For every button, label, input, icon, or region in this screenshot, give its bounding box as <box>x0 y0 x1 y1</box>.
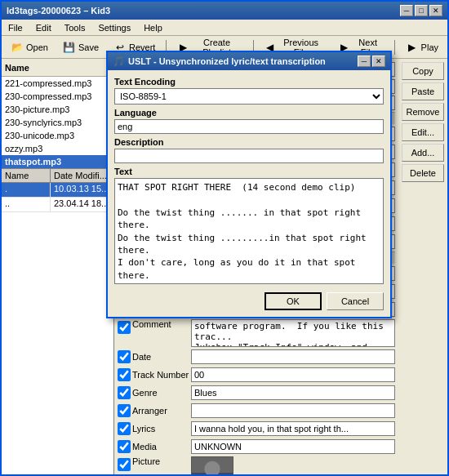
description-label: Description <box>114 137 384 147</box>
save-icon: 💾 <box>63 41 76 54</box>
tag2-media-label: Media <box>132 442 191 452</box>
uslt-dialog: 🎵 USLT - Unsynchronized lyric/text trans… <box>106 51 392 318</box>
list-item[interactable]: 230-picture.mp3 <box>2 103 113 116</box>
cell-name: . <box>2 183 51 197</box>
cell-name: .. <box>2 198 51 211</box>
language-input[interactable] <box>114 119 384 134</box>
window-title: Id3tags-20000623 – Kid3 <box>7 6 110 16</box>
list-item[interactable]: ozzy.mp3 <box>2 142 113 155</box>
cell-date: 10.03.13 15... <box>51 183 113 197</box>
tag2-genre-checkbox[interactable] <box>118 386 131 399</box>
edit-button[interactable]: Edit... <box>402 123 444 141</box>
paste-button[interactable]: Paste <box>402 82 444 100</box>
file-list-header: Name <box>2 59 113 77</box>
minimize-button[interactable]: ─ <box>400 5 413 16</box>
list-item[interactable]: 221-compressed.mp3 <box>2 77 113 90</box>
tag2-track-input[interactable] <box>191 367 395 382</box>
description-section: Description <box>114 137 384 163</box>
description-input[interactable] <box>114 149 384 163</box>
dialog-minimize-button[interactable]: ─ <box>358 56 371 67</box>
dialog-title-bar: 🎵 USLT - Unsynchronized lyric/text trans… <box>108 52 390 70</box>
play-label: Play <box>421 42 438 52</box>
cell-date: 23.04.14 18... <box>51 198 113 211</box>
title-bar-buttons: ─ □ ✕ <box>400 5 442 16</box>
toolbar-sep-3 <box>394 40 395 55</box>
tag2-track-checkbox[interactable] <box>118 368 131 381</box>
menu-help[interactable]: Help <box>140 22 166 33</box>
save-button[interactable]: 💾 Save <box>57 38 104 56</box>
tag2-lyrics-label: Lyrics <box>132 424 191 434</box>
tag2-date-checkbox[interactable] <box>118 350 131 363</box>
tag2-date-label: Date <box>132 352 191 362</box>
menu-settings[interactable]: Settings <box>95 22 134 33</box>
tag2-comment-checkbox[interactable] <box>118 321 131 334</box>
tag2-comment-textarea[interactable]: software program. If you like this trac.… <box>191 319 395 347</box>
tag2-lyrics-checkbox[interactable] <box>118 422 131 435</box>
ok-button[interactable]: OK <box>265 292 322 310</box>
play-button[interactable]: ▶ Play <box>400 38 444 56</box>
dialog-body: Text Encoding ISO-8859-1 Language Descri… <box>108 70 390 317</box>
tag2-arranger-label: Arranger <box>132 406 191 416</box>
bottom-file-header: Name Date Modifi... <box>2 169 113 183</box>
tag2-picture-label: Picture <box>132 456 191 466</box>
table-row[interactable]: .. 23.04.14 18... <box>2 198 113 212</box>
tag2-media-row: Media <box>118 438 395 455</box>
tag2-genre-input[interactable] <box>191 385 395 400</box>
dialog-title-text: USLT - Unsynchronized lyric/text transcr… <box>128 56 358 66</box>
list-item[interactable]: 230-compressed.mp3 <box>2 90 113 103</box>
file-list-header-label: Name <box>5 63 29 73</box>
title-bar: Id3tags-20000623 – Kid3 ─ □ ✕ <box>2 2 447 20</box>
list-item[interactable]: 230-unicode.mp3 <box>2 129 113 142</box>
table-row[interactable]: . 10.03.13 15... <box>2 183 113 198</box>
tag2-arranger-checkbox[interactable] <box>118 404 131 417</box>
tag2-track-label: Track Number <box>132 370 191 380</box>
open-button[interactable]: 📂 Open <box>5 38 54 56</box>
tag2-media-input[interactable] <box>191 439 395 454</box>
tag2-comment-label: Comment <box>132 319 191 329</box>
tag2-picture-row: Picture <box>118 456 395 474</box>
lyrics-textarea[interactable]: THAT SPOT RIGHT THERE (14 second demo cl… <box>114 178 384 284</box>
tag2-genre-row: Genre <box>118 385 395 401</box>
play-icon: ▶ <box>406 41 419 54</box>
menu-file[interactable]: File <box>5 22 26 33</box>
side-buttons: Copy Paste Remove Edit... Add... Delete <box>398 59 447 474</box>
add-button[interactable]: Add... <box>402 144 444 162</box>
cancel-button[interactable]: Cancel <box>327 292 384 310</box>
picture-image <box>192 456 233 474</box>
save-label: Save <box>78 42 99 52</box>
copy-button[interactable]: Copy <box>402 62 444 80</box>
menu-edit[interactable]: Edit <box>33 22 55 33</box>
open-icon: 📂 <box>11 41 24 54</box>
file-list-panel: Name 221-compressed.mp3 230-compressed.m… <box>2 59 114 474</box>
tag2-date-input[interactable] <box>191 349 395 364</box>
col-header-date[interactable]: Date Modifi... <box>51 169 113 182</box>
encoding-select[interactable]: ISO-8859-1 <box>114 88 384 105</box>
tag2-media-checkbox[interactable] <box>118 440 131 453</box>
list-item[interactable]: 230-synclyrics.mp3 <box>2 116 113 129</box>
remove-button[interactable]: Remove <box>402 103 444 121</box>
maximize-button[interactable]: □ <box>415 5 428 16</box>
dialog-close-button[interactable]: ✕ <box>372 56 385 67</box>
delete-button[interactable]: Delete <box>402 164 444 182</box>
tag2-picture-checkbox[interactable] <box>118 458 131 471</box>
encoding-label: Text Encoding <box>114 77 384 87</box>
tag2-lyrics-row: Lyrics <box>118 420 395 437</box>
tag2-date-row: Date <box>118 349 395 365</box>
tag2-genre-label: Genre <box>132 388 191 398</box>
dialog-title-icon: 🎵 <box>113 56 125 67</box>
picture-placeholder <box>191 456 233 474</box>
tag2-lyrics-input[interactable] <box>191 421 395 436</box>
tag2-comment-row: Comment software program. If you like th… <box>118 319 395 347</box>
menu-tools[interactable]: Tools <box>61 22 89 33</box>
col-header-name[interactable]: Name <box>2 169 51 182</box>
open-label: Open <box>26 42 48 52</box>
list-item-selected[interactable]: thatspot.mp3 <box>2 155 113 168</box>
tag2-arranger-row: Arranger <box>118 403 395 419</box>
dialog-buttons: OK Cancel <box>114 292 384 310</box>
tag2-arranger-input[interactable] <box>191 403 395 418</box>
dialog-title-buttons: ─ ✕ <box>358 56 385 67</box>
language-label: Language <box>114 108 384 118</box>
tag2-track-row: Track Number <box>118 367 395 383</box>
close-button[interactable]: ✕ <box>429 5 442 16</box>
language-section: Language <box>114 108 384 134</box>
